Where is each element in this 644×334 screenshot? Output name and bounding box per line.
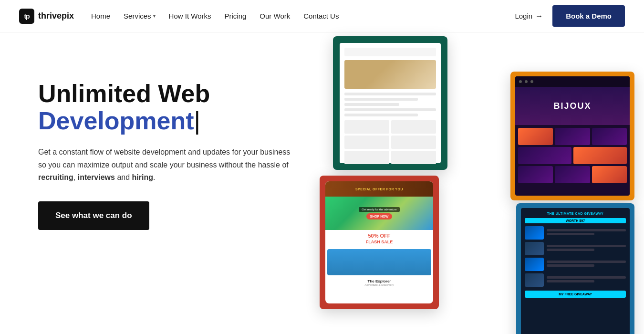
- nav-item-how-it-works[interactable]: How It Works: [169, 12, 211, 21]
- explorer-brand: The Explorer: [328, 279, 430, 283]
- screenshot-card-3: SPECIAL OFFER FOR YOU Get ready for the …: [320, 176, 439, 309]
- nav-item-services[interactable]: Services ▾: [124, 12, 156, 20]
- hero-title: Unlimited Web Development|: [38, 80, 334, 135]
- navbar: tp thrivepix Home Services ▾ How It Work…: [0, 0, 644, 32]
- login-link[interactable]: Login →: [515, 12, 543, 21]
- logo[interactable]: tp thrivepix: [19, 9, 74, 24]
- nav-item-our-work[interactable]: Our Work: [260, 12, 290, 21]
- nav-left: tp thrivepix Home Services ▾ How It Work…: [19, 9, 339, 24]
- services-label: Services: [124, 12, 151, 20]
- bold-interviews: interviews: [78, 173, 115, 181]
- screenshot-card-2: BIJOUX: [510, 72, 634, 200]
- nav-links: Home Services ▾ How It Works Pricing Our…: [91, 12, 339, 21]
- cta-button[interactable]: See what we can do: [38, 201, 149, 230]
- shop-now-cta: SHOP NOW: [366, 213, 393, 219]
- nav-right: Login → Book a Demo: [515, 5, 625, 27]
- brand-name: thrivepix: [38, 11, 74, 21]
- nav-link-services[interactable]: Services ▾: [124, 12, 156, 20]
- bold-hiring: hiring: [132, 173, 153, 181]
- nav-link-pricing[interactable]: Pricing: [224, 12, 246, 20]
- hero-title-cursor: |: [194, 107, 201, 135]
- nav-link-home[interactable]: Home: [91, 12, 110, 20]
- nav-item-contact[interactable]: Contact Us: [303, 12, 339, 21]
- free-giveaway-btn: MY FREE GIVEAWAY: [525, 291, 626, 298]
- arrow-right-icon: →: [535, 12, 543, 21]
- nav-link-our-work[interactable]: Our Work: [260, 12, 290, 20]
- bijoux-title: BIJOUX: [553, 101, 591, 111]
- explorer-sub: Adventure & Discovery: [328, 283, 430, 286]
- book-demo-button[interactable]: Book a Demo: [552, 5, 625, 27]
- hero-title-highlight: Development: [38, 107, 194, 135]
- nav-item-home[interactable]: Home: [91, 12, 110, 21]
- screenshot-card-4: THE ULTIMATE CAD GIVEAWAY WORTH $97: [516, 203, 634, 334]
- flash-sale-text: 50% OFFFLASH SALE: [328, 233, 430, 244]
- adventure-badge: Get ready for the adventure: [359, 207, 399, 212]
- hero-title-part1: Unlimited Web: [38, 80, 210, 107]
- nav-link-contact[interactable]: Contact Us: [303, 12, 339, 20]
- chevron-down-icon: ▾: [153, 13, 156, 19]
- login-label: Login: [515, 12, 532, 20]
- bold-recruiting: recruiting: [38, 173, 73, 181]
- special-offer-text: SPECIAL OFFER FOR YOU: [355, 188, 403, 191]
- ebook-title: THE ULTIMATE CAD GIVEAWAY: [525, 212, 626, 215]
- logo-icon: tp: [19, 9, 34, 24]
- hero-text: Unlimited Web Development| Get a constan…: [38, 61, 334, 230]
- screenshot-card-1: [333, 36, 447, 170]
- hero-description: Get a constant flow of website developme…: [38, 146, 296, 184]
- nav-item-pricing[interactable]: Pricing: [224, 12, 246, 21]
- hero-visuals: BIJOUX: [320, 32, 644, 334]
- worth-badge: WORTH $97: [525, 218, 626, 223]
- nav-link-how-it-works[interactable]: How It Works: [169, 12, 211, 20]
- hero-section: Unlimited Web Development| Get a constan…: [0, 32, 644, 334]
- logo-icon-text: tp: [24, 12, 29, 20]
